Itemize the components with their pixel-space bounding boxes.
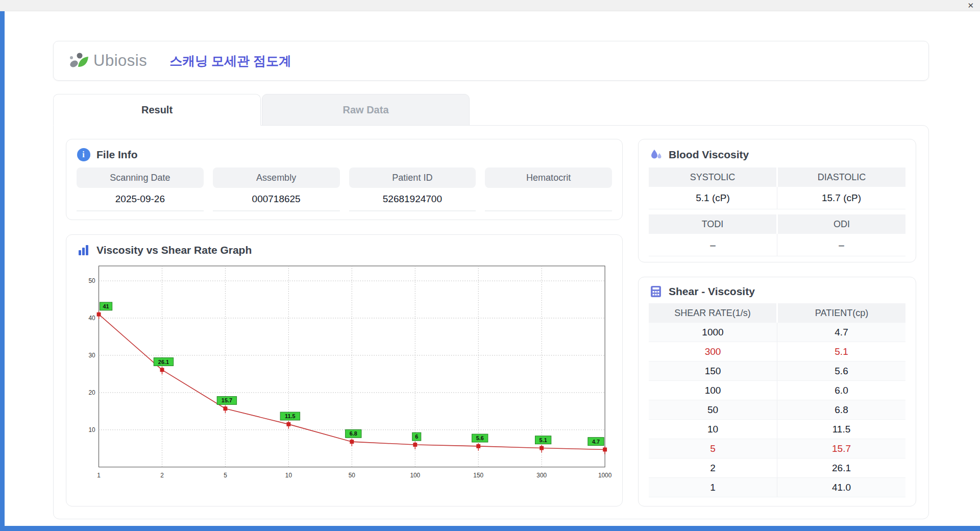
left-column: i File Info Scanning Date 2025-09-26 Ass… — [66, 139, 623, 506]
svg-text:5.1: 5.1 — [540, 437, 547, 443]
svg-text:1000: 1000 — [598, 472, 612, 479]
svg-text:15.7: 15.7 — [222, 397, 232, 403]
shear-row: 300 5.1 — [649, 342, 905, 361]
shear-row: 50 6.8 — [649, 400, 905, 420]
svg-text:4.7: 4.7 — [592, 439, 600, 445]
viscosity-chart: 1020304050125105010015030010004126.115.7… — [77, 261, 612, 483]
diastolic-value: 15.7 (cP) — [777, 187, 905, 209]
shear-rate-value: 50 — [649, 400, 777, 419]
shear-rate-value: 300 — [649, 342, 777, 361]
field-label: Hematocrit — [485, 167, 612, 188]
patient-viscosity-value: 5.6 — [777, 361, 905, 380]
leaf-logo-icon — [67, 50, 90, 72]
patient-viscosity-value: 6.8 — [777, 400, 905, 419]
graph-title: Viscosity vs Shear Rate Graph — [96, 244, 252, 256]
blood-drop-icon — [649, 148, 663, 161]
svg-text:11.5: 11.5 — [285, 413, 296, 419]
file-info-card: i File Info Scanning Date 2025-09-26 Ass… — [66, 139, 623, 220]
svg-text:2: 2 — [160, 472, 164, 479]
shear-viscosity-title: Shear - Viscosity — [669, 285, 755, 298]
window-left-border — [0, 10, 5, 531]
shear-row: 150 5.6 — [649, 361, 905, 381]
svg-text:300: 300 — [536, 472, 547, 479]
todi-label: TODI — [649, 214, 776, 234]
tab-raw-data[interactable]: Raw Data — [262, 94, 470, 126]
field-patient-id: Patient ID 52681924700 — [349, 167, 476, 211]
svg-text:30: 30 — [88, 352, 95, 359]
svg-text:150: 150 — [473, 472, 483, 479]
patient-viscosity-value: 5.1 — [777, 342, 905, 361]
shear-viscosity-card: Shear - Viscosity SHEAR RATE(1/s) PATIEN… — [638, 277, 916, 506]
patient-viscosity-value: 6.0 — [777, 381, 905, 400]
todi-value: – — [649, 234, 777, 256]
svg-text:10: 10 — [285, 472, 292, 479]
app-root: Ubiosis 스캐닝 모세관 점도계 Result Raw Data i Fi… — [5, 11, 980, 526]
field-label: Patient ID — [349, 167, 476, 188]
systolic-label: SYSTOLIC — [649, 167, 776, 187]
ubiosis-logo: Ubiosis — [67, 50, 147, 72]
field-label: Assembly — [213, 167, 340, 188]
svg-text:50: 50 — [88, 277, 95, 284]
blood-viscosity-grid: SYSTOLIC DIASTOLIC 5.1 (cP) 15.7 (cP) TO… — [649, 167, 905, 256]
window-bottom-border — [0, 526, 980, 531]
field-value: 000718625 — [213, 188, 340, 210]
svg-text:10: 10 — [88, 426, 95, 433]
field-hematocrit: Hematocrit — [485, 167, 612, 211]
shear-rate-value: 1000 — [649, 323, 777, 342]
app-header: Ubiosis 스캐닝 모세관 점도계 — [53, 41, 929, 81]
svg-text:20: 20 — [88, 389, 95, 396]
field-label: Scanning Date — [77, 167, 204, 188]
field-scanning-date: Scanning Date 2025-09-26 — [77, 167, 204, 211]
patient-viscosity-value: 4.7 — [777, 323, 905, 342]
shear-row: 5 15.7 — [649, 439, 905, 458]
bar-chart-icon — [77, 243, 90, 257]
svg-text:5.6: 5.6 — [476, 435, 484, 441]
patient-viscosity-value: 11.5 — [777, 420, 905, 439]
right-column: Blood Viscosity SYSTOLIC DIASTOLIC 5.1 (… — [638, 139, 916, 506]
svg-text:26.1: 26.1 — [158, 359, 169, 365]
page-title: 스캐닝 모세관 점도계 — [169, 53, 291, 69]
diastolic-label: DIASTOLIC — [778, 167, 905, 187]
file-info-fields: Scanning Date 2025-09-26 Assembly 000718… — [77, 167, 612, 211]
shear-rate-value: 1 — [649, 478, 777, 497]
shear-row: 2 26.1 — [649, 458, 905, 478]
svg-text:6.8: 6.8 — [350, 430, 357, 437]
svg-text:41: 41 — [103, 303, 109, 309]
odi-value: – — [777, 234, 905, 256]
shear-viscosity-table: SHEAR RATE(1/s) PATIENT(cp) 1000 4.7 300… — [649, 303, 905, 497]
graph-card: Viscosity vs Shear Rate Graph 1020304050… — [66, 234, 623, 506]
calculator-icon — [649, 284, 663, 298]
shear-row: 10 11.5 — [649, 420, 905, 439]
patient-viscosity-value: 26.1 — [777, 458, 905, 477]
close-icon[interactable]: ✕ — [967, 1, 974, 10]
tab-result[interactable]: Result — [53, 94, 261, 126]
patient-viscosity-value: 15.7 — [777, 439, 905, 458]
shear-rate-value: 5 — [649, 439, 777, 458]
logo-text: Ubiosis — [93, 52, 147, 70]
tab-bar: Result Raw Data — [53, 94, 929, 126]
svg-text:40: 40 — [88, 315, 95, 322]
patient-column-header: PATIENT(cp) — [778, 303, 905, 323]
systolic-value: 5.1 (cP) — [649, 187, 777, 209]
shear-row: 100 6.0 — [649, 381, 905, 400]
content-panel: i File Info Scanning Date 2025-09-26 Ass… — [53, 125, 929, 519]
field-value: 2025-09-26 — [77, 188, 204, 210]
field-value: 52681924700 — [349, 188, 476, 210]
shear-rate-value: 150 — [649, 361, 777, 380]
svg-text:100: 100 — [410, 472, 420, 479]
shear-rate-value: 100 — [649, 381, 777, 400]
window-titlebar: ✕ — [0, 0, 980, 11]
blood-viscosity-card: Blood Viscosity SYSTOLIC DIASTOLIC 5.1 (… — [638, 139, 916, 262]
field-value — [485, 188, 612, 210]
svg-text:5: 5 — [224, 472, 227, 479]
svg-text:50: 50 — [349, 472, 356, 479]
shear-row: 1 41.0 — [649, 478, 905, 497]
svg-text:6: 6 — [415, 433, 418, 440]
info-icon: i — [77, 148, 90, 161]
shear-rate-column-header: SHEAR RATE(1/s) — [649, 303, 776, 323]
file-info-title: File Info — [96, 149, 138, 161]
field-assembly: Assembly 000718625 — [213, 167, 340, 211]
shear-rate-value: 2 — [649, 458, 777, 477]
blood-viscosity-title: Blood Viscosity — [669, 149, 749, 161]
shear-row: 1000 4.7 — [649, 323, 905, 342]
